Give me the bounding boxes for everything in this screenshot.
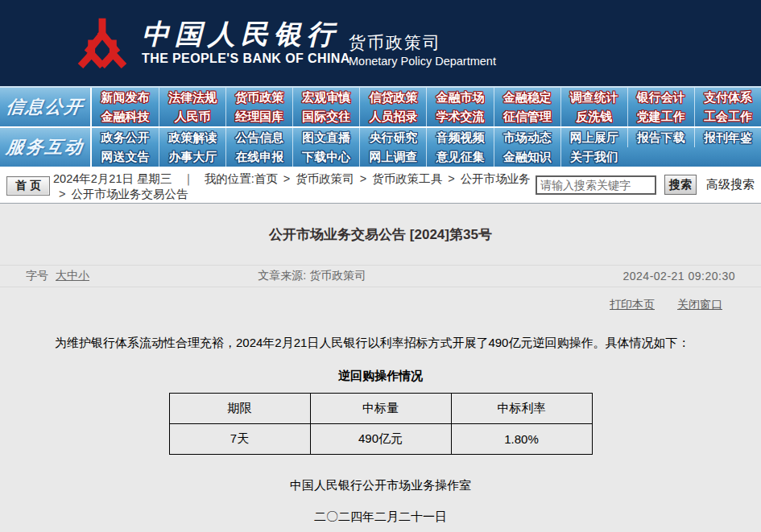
page-title: 公开市场业务交易公告 [2024]第35号 [0,204,761,244]
table-header-cell: 中标量 [310,394,451,424]
nav-item[interactable]: 学术交流 [426,107,493,126]
breadcrumb-item[interactable]: 公开市场业务 [461,172,531,185]
article-source: 文章来源: 货币政策司 [89,269,623,283]
nav-item[interactable]: 法律法规 [159,88,225,107]
pboc-emblem-logo [77,17,128,72]
nav-item[interactable]: 人民币 [159,107,225,126]
table-title: 逆回购操作情况 [0,369,761,384]
nav-item[interactable]: 工会工作 [694,107,761,126]
advanced-search-link[interactable]: 高级搜索 [706,177,755,192]
nav-item[interactable]: 市场动态 [494,128,560,147]
nav-item[interactable]: 银行会计 [627,88,694,107]
font-size-link[interactable]: 小 [78,269,89,282]
nav-item[interactable]: 央行研究 [359,128,426,147]
nav-item[interactable]: 金融市场 [426,88,493,107]
nav-item[interactable]: 调查统计 [560,88,627,107]
breadcrumb-item[interactable]: 公开市场业务交易公告 [71,188,188,200]
nav-item[interactable]: 报告下载 [627,128,694,147]
department-name-cn: 货币政策司 [349,32,496,53]
nav-item[interactable]: 报刊年鉴 [694,128,761,147]
nav-item[interactable]: 网上调查 [359,147,426,167]
search-zone: 搜索 高级搜索 [536,175,755,195]
breadcrumb-separator: > [448,172,454,185]
department-name: 货币政策司 Monetary Policy Department [349,32,496,68]
nav-item[interactable]: 在线申报 [225,147,292,167]
main-nav: 信息公开 新闻发布法律法规货币政策宏观审慎信贷政策金融市场金融稳定调查统计银行会… [0,86,761,167]
breadcrumb-separator: > [59,188,65,200]
bank-name-cn: 中国人民银行 [142,19,350,50]
nav-item[interactable]: 办事大厅 [159,147,225,167]
nav-item[interactable]: 征信管理 [494,107,560,126]
department-name-en: Monetary Policy Department [349,55,496,68]
bank-name-en: THE PEOPLE'S BANK OF CHINA [142,52,350,66]
nav-item[interactable]: 信贷政策 [359,88,426,107]
nav-section-label-info: 信息公开 [0,88,90,126]
table-cell: 7天 [169,424,310,455]
nav-item[interactable]: 网上展厅 [560,128,627,147]
table-header-cell: 中标利率 [451,394,592,424]
table-row: 7天490亿元1.80% [169,424,592,455]
nav-row-4: 网送文告办事大厅在线申报下载中心网上调查意见征集金融知识关于我们 [92,147,761,167]
article-content: 公开市场业务交易公告 [2024]第35号 字号 大中小 文章来源: 货币政策司… [0,204,761,532]
font-size-link[interactable]: 中 [67,269,78,282]
current-date: 2024年2月21日 星期三 [53,172,172,185]
nav-item[interactable]: 金融科技 [92,107,159,126]
nav-item[interactable]: 下载中心 [292,147,359,167]
nav-band-service: 服务互动 政务公开政策解读公告信息图文直播央行研究音频视频市场动态网上展厅报告下… [0,128,761,167]
nav-item[interactable]: 宏观审慎 [292,88,359,107]
table-cell: 490亿元 [310,424,451,455]
nav-item[interactable]: 政务公开 [92,128,159,147]
nav-item[interactable]: 国际交往 [292,107,359,126]
nav-row-3: 政务公开政策解读公告信息图文直播央行研究音频视频市场动态网上展厅报告下载报刊年鉴 [92,128,761,147]
nav-row-2: 金融科技人民币经理国库国际交往人员招录学术交流征信管理反洗钱党建工作工会工作 [92,107,761,126]
nav-item[interactable]: 公告信息 [225,128,292,147]
signature: 中国人民银行公开市场业务操作室 [0,478,761,493]
breadcrumb-bar: 首 页 2024年2月21日 星期三 ｜ 我的位置:首页>货币政策司>货币政策工… [0,167,761,204]
nav-item[interactable]: 意见征集 [426,147,493,167]
document-actions: 打印本页 关闭窗口 [0,287,761,312]
nav-item[interactable]: 经理国库 [225,107,292,126]
nav-item[interactable]: 反洗钱 [560,107,627,126]
nav-section-label-service: 服务互动 [0,128,90,167]
article-datetime: 2024-02-21 09:20:30 [623,270,736,282]
breadcrumb-divider: ｜ [183,172,194,185]
nav-row-1: 新闻发布法律法规货币政策宏观审慎信贷政策金融市场金融稳定调查统计银行会计支付体系 [92,88,761,107]
close-window-link[interactable]: 关闭窗口 [677,298,722,312]
nav-item[interactable]: 人员招录 [359,107,426,126]
search-input[interactable] [536,175,656,195]
search-button[interactable]: 搜索 [664,175,697,195]
signature-date: 二〇二四年二月二十一日 [0,509,761,525]
nav-item[interactable]: 党建工作 [627,107,694,126]
nav-item[interactable]: 金融稳定 [494,88,560,107]
table-cell: 1.80% [451,424,592,455]
nav-item[interactable]: 支付体系 [694,88,761,107]
article-meta-band: 字号 大中小 文章来源: 货币政策司 2024-02-21 09:20:30 [0,265,761,287]
breadcrumb: 2024年2月21日 星期三 ｜ 我的位置:首页>货币政策司>货币政策工具>公开… [53,171,548,202]
nav-item[interactable]: 网送文告 [92,147,159,167]
nav-item[interactable]: 新闻发布 [92,88,159,107]
breadcrumb-separator: > [360,172,366,185]
breadcrumb-item[interactable]: 货币政策司 [296,172,354,185]
nav-item[interactable]: 货币政策 [225,88,292,107]
site-header: 中国人民银行 THE PEOPLE'S BANK OF CHINA 货币政策司 … [0,0,761,86]
operation-table: 期限中标量中标利率 7天490亿元1.80% [169,393,593,455]
breadcrumb-separator: > [283,172,290,185]
home-button[interactable]: 首 页 [6,176,50,196]
font-size-link[interactable]: 大 [56,269,67,282]
nav-item[interactable]: 图文直播 [292,128,359,147]
print-page-link[interactable]: 打印本页 [610,298,655,312]
font-size-label: 字号 [26,269,48,283]
breadcrumb-item[interactable]: 货币政策工具 [372,172,442,185]
nav-item[interactable]: 音频视频 [426,128,493,147]
table-header-cell: 期限 [169,394,310,424]
nav-item[interactable]: 关于我们 [560,147,627,167]
nav-band-info-disclosure: 信息公开 新闻发布法律法规货币政策宏观审慎信贷政策金融市场金融稳定调查统计银行会… [0,88,761,126]
article-body: 为维护银行体系流动性合理充裕，2024年2月21日人民银行以利率招标方式开展了4… [31,334,730,352]
breadcrumb-location-home[interactable]: 我的位置:首页 [205,172,278,185]
nav-item[interactable]: 金融知识 [494,147,560,167]
nav-item[interactable]: 政策解读 [159,128,225,147]
table-header-row: 期限中标量中标利率 [169,394,592,424]
bank-name: 中国人民银行 THE PEOPLE'S BANK OF CHINA [142,19,350,66]
